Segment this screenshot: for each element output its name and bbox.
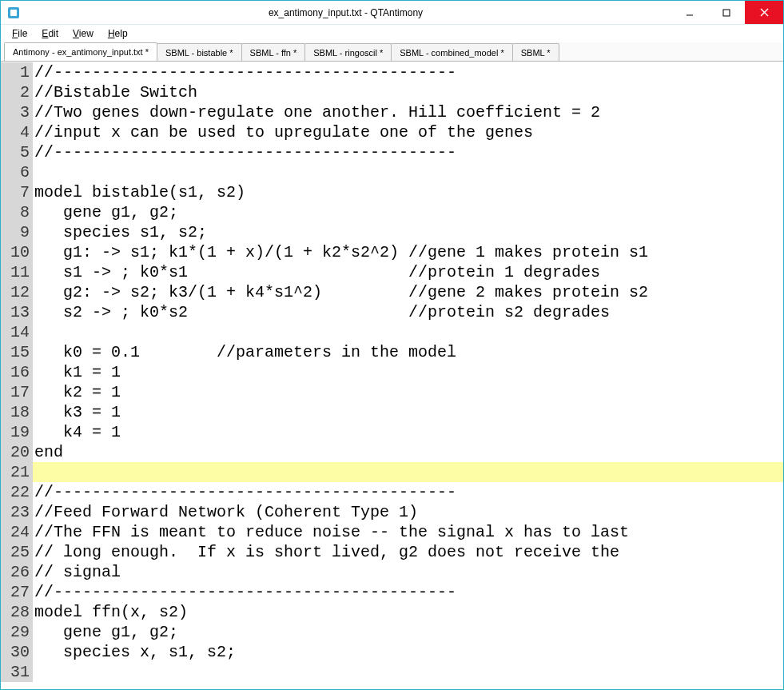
line-number: 14	[1, 322, 33, 342]
line-number: 23	[1, 502, 33, 522]
close-button[interactable]	[745, 1, 783, 24]
code-text[interactable]: model bistable(s1, s2)	[33, 182, 783, 202]
line-number: 12	[1, 282, 33, 302]
code-line: 28model ffn(x, s2)	[1, 602, 783, 622]
code-text[interactable]: k3 = 1	[33, 402, 783, 422]
menu-edit[interactable]: Edit	[35, 26, 65, 41]
code-text[interactable]: //The FFN is meant to reduce noise -- th…	[33, 522, 783, 542]
code-text[interactable]: //--------------------------------------…	[33, 582, 783, 602]
editor-area: 1//-------------------------------------…	[1, 62, 783, 689]
code-text[interactable]: end	[33, 442, 783, 462]
code-line: 11 s1 -> ; k0*s1 //protein 1 degrades	[1, 262, 783, 282]
code-text[interactable]: //input x can be used to upregulate one …	[33, 122, 783, 142]
code-text[interactable]: k4 = 1	[33, 422, 783, 442]
line-number: 1	[1, 62, 33, 82]
code-text[interactable]: species s1, s2;	[33, 222, 783, 242]
code-text[interactable]: g2: -> s2; k3/(1 + k4*s1^2) //gene 2 mak…	[33, 282, 783, 302]
maximize-button[interactable]	[708, 1, 745, 24]
minimize-icon	[686, 9, 694, 17]
code-text[interactable]: //--------------------------------------…	[33, 62, 783, 82]
menubar: FileEditViewHelp	[1, 25, 783, 42]
code-editor[interactable]: 1//-------------------------------------…	[1, 62, 783, 689]
code-line: 16 k1 = 1	[1, 362, 783, 382]
line-number: 9	[1, 222, 33, 242]
tab-0[interactable]: Antimony - ex_antimony_input.txt *	[4, 42, 157, 61]
line-number: 7	[1, 182, 33, 202]
code-text[interactable]: s1 -> ; k0*s1 //protein 1 degrades	[33, 262, 783, 282]
line-number: 13	[1, 302, 33, 322]
code-text[interactable]: k0 = 0.1 //parameters in the model	[33, 342, 783, 362]
tab-4[interactable]: SBML - combined_model *	[391, 43, 512, 61]
titlebar: ex_antimony_input.txt - QTAntimony	[1, 1, 783, 25]
code-line: 13 s2 -> ; k0*s2 //protein s2 degrades	[1, 302, 783, 322]
code-text[interactable]: species x, s1, s2;	[33, 642, 783, 662]
code-line: 22//------------------------------------…	[1, 482, 783, 502]
code-line: 19 k4 = 1	[1, 422, 783, 442]
code-text[interactable]: //Feed Forward Network (Coherent Type 1)	[33, 502, 783, 522]
line-number: 3	[1, 102, 33, 122]
code-line: 20end	[1, 442, 783, 462]
tab-1[interactable]: SBML - bistable *	[157, 43, 242, 61]
code-text[interactable]: k2 = 1	[33, 382, 783, 402]
tab-5[interactable]: SBML *	[512, 43, 559, 61]
menu-file[interactable]: File	[6, 26, 34, 41]
code-line: 7model bistable(s1, s2)	[1, 182, 783, 202]
code-text[interactable]: // signal	[33, 562, 783, 582]
code-line: 23//Feed Forward Network (Coherent Type …	[1, 502, 783, 522]
code-text[interactable]: //--------------------------------------…	[33, 482, 783, 502]
code-text[interactable]	[33, 162, 783, 182]
code-text[interactable]: g1: -> s1; k1*(1 + x)/(1 + k2*s2^2) //ge…	[33, 242, 783, 262]
code-line: 4//input x can be used to upregulate one…	[1, 122, 783, 142]
code-line: 27//------------------------------------…	[1, 582, 783, 602]
tab-3[interactable]: SBML - ringoscil *	[304, 43, 392, 61]
line-number: 5	[1, 142, 33, 162]
code-line: 5//-------------------------------------…	[1, 142, 783, 162]
code-text[interactable]: //Bistable Switch	[33, 82, 783, 102]
line-number: 18	[1, 402, 33, 422]
line-number: 28	[1, 602, 33, 622]
line-number: 27	[1, 582, 33, 602]
code-line: 2//Bistable Switch	[1, 82, 783, 102]
code-line: 18 k3 = 1	[1, 402, 783, 422]
code-line: 15 k0 = 0.1 //parameters in the model	[1, 342, 783, 362]
code-text[interactable]: gene g1, g2;	[33, 202, 783, 222]
code-line: 17 k2 = 1	[1, 382, 783, 402]
code-text[interactable]	[33, 462, 783, 482]
line-number: 10	[1, 242, 33, 262]
code-line: 31	[1, 662, 783, 682]
code-line: 30 species x, s1, s2;	[1, 642, 783, 662]
line-number: 11	[1, 262, 33, 282]
code-text[interactable]: // long enough. If x is short lived, g2 …	[33, 542, 783, 562]
menu-view[interactable]: View	[66, 26, 100, 41]
code-text[interactable]	[33, 662, 783, 682]
line-number: 20	[1, 442, 33, 462]
code-line: 3//Two genes down-regulate one another. …	[1, 102, 783, 122]
line-number: 31	[1, 662, 33, 682]
tab-2[interactable]: SBML - ffn *	[241, 43, 306, 61]
code-text[interactable]: model ffn(x, s2)	[33, 602, 783, 622]
code-line: 9 species s1, s2;	[1, 222, 783, 242]
close-icon	[760, 8, 769, 17]
code-line: 6	[1, 162, 783, 182]
code-text[interactable]: //--------------------------------------…	[33, 142, 783, 162]
code-text[interactable]: s2 -> ; k0*s2 //protein s2 degrades	[33, 302, 783, 322]
svg-rect-3	[723, 10, 730, 16]
code-text[interactable]: //Two genes down-regulate one another. H…	[33, 102, 783, 122]
code-line: 12 g2: -> s2; k3/(1 + k4*s1^2) //gene 2 …	[1, 282, 783, 302]
titlebar-left	[1, 6, 20, 19]
code-text[interactable]: gene g1, g2;	[33, 622, 783, 642]
code-text[interactable]: k1 = 1	[33, 362, 783, 382]
line-number: 25	[1, 542, 33, 562]
line-number: 6	[1, 162, 33, 182]
code-line: 24//The FFN is meant to reduce noise -- …	[1, 522, 783, 542]
code-table: 1//-------------------------------------…	[1, 62, 783, 682]
code-line: 21	[1, 462, 783, 482]
code-text[interactable]	[33, 322, 783, 342]
menu-help[interactable]: Help	[101, 26, 134, 41]
app-icon	[7, 6, 20, 19]
code-line: 14	[1, 322, 783, 342]
line-number: 22	[1, 482, 33, 502]
minimize-button[interactable]	[671, 1, 708, 24]
line-number: 17	[1, 382, 33, 402]
code-line: 25// long enough. If x is short lived, g…	[1, 542, 783, 562]
